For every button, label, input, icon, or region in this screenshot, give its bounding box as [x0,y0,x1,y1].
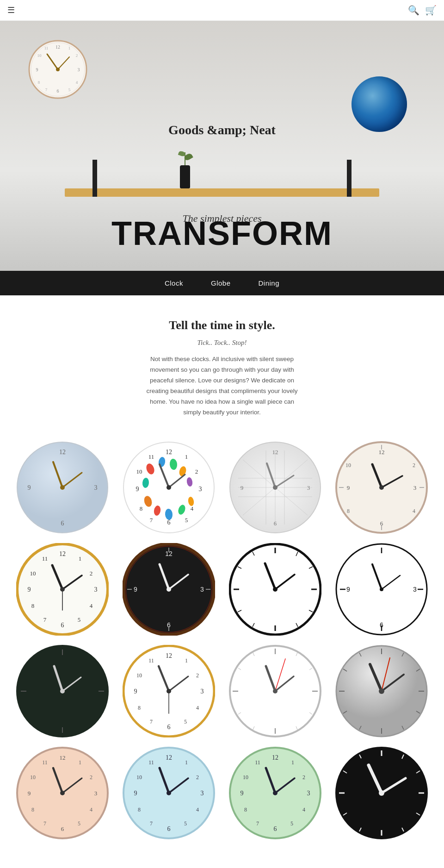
hamburger-icon[interactable]: ☰ [7,5,15,15]
svg-text:3: 3 [78,67,80,72]
hero-transform: TRANSFORM [111,214,333,252]
svg-text:3: 3 [413,484,417,491]
hero-shelf [65,188,379,197]
nav-item-dining[interactable]: Dining [259,279,280,287]
clock-item-8[interactable]: 3 9 6 [333,543,430,636]
svg-text:10: 10 [30,570,36,577]
nav-item-globe[interactable]: Globe [211,279,231,287]
svg-text:4: 4 [196,705,199,711]
svg-text:3: 3 [201,688,204,695]
clock-item-16[interactable] [333,747,430,839]
svg-text:5: 5 [78,820,80,827]
svg-text:1: 1 [79,759,81,766]
svg-text:9: 9 [134,586,137,593]
svg-point-215 [60,791,65,795]
svg-point-165 [166,689,171,693]
svg-text:2: 2 [196,774,199,781]
svg-text:9: 9 [36,67,38,72]
clock-item-6[interactable]: 12 3 6 9 [120,543,217,636]
svg-point-247 [273,791,278,795]
clock-item-10[interactable]: 12 3 6 9 11 1 10 2 4 5 7 8 [120,645,217,737]
svg-text:9: 9 [240,790,244,797]
search-icon[interactable]: 🔍 [408,5,419,16]
svg-text:9: 9 [28,790,31,797]
hero-brand: Goods &amp; Neat [168,123,276,137]
header-icons: 🔍 🛒 [408,5,437,16]
svg-text:3: 3 [199,486,202,493]
svg-point-67 [273,485,278,490]
svg-text:1: 1 [185,759,188,766]
svg-text:12: 12 [272,449,278,456]
clock-item-15[interactable]: 12 3 6 9 11 1 10 2 4 5 7 8 [227,747,324,839]
svg-text:2: 2 [413,462,415,468]
nav-item-clock[interactable]: Clock [165,279,183,287]
svg-text:8: 8 [138,806,141,813]
svg-text:9: 9 [28,586,31,593]
svg-text:8: 8 [138,705,141,711]
svg-point-199 [379,688,384,694]
svg-text:1: 1 [291,759,294,766]
svg-text:7: 7 [43,820,46,827]
svg-text:6: 6 [167,825,171,832]
svg-text:4: 4 [90,806,92,813]
svg-point-112 [166,587,171,592]
svg-text:11: 11 [148,453,154,460]
svg-text:3: 3 [307,484,310,491]
cart-icon[interactable]: 🛒 [425,5,437,16]
svg-text:1: 1 [185,453,188,460]
svg-text:3: 3 [307,790,310,797]
svg-text:12: 12 [60,754,66,761]
clock-item-4[interactable]: 12 2 3 4 6 8 9 10 [333,441,430,534]
svg-text:6: 6 [274,520,277,527]
svg-text:3: 3 [200,586,204,593]
clock-item-7[interactable] [227,543,324,636]
clock-item-14[interactable]: 12 3 6 9 11 1 10 2 4 5 7 8 [120,747,217,839]
clock-item-5[interactable]: 12 3 6 9 11 1 10 2 4 5 7 8 [14,543,111,636]
svg-point-263 [379,790,384,796]
svg-text:12: 12 [166,754,172,761]
svg-text:6: 6 [57,88,59,94]
clock-item-12[interactable] [333,645,430,737]
svg-text:5: 5 [185,517,188,524]
clock-item-9[interactable] [14,645,111,737]
svg-text:11: 11 [255,759,260,766]
clock-item-11[interactable] [227,645,324,737]
svg-text:8: 8 [31,602,35,609]
svg-text:11: 11 [42,555,48,562]
svg-text:1: 1 [79,555,82,562]
hero-section: 12 3 6 9 10 11 1 2 4 5 7 8 Goods &a [0,21,444,271]
svg-text:10: 10 [243,774,248,781]
section-subtitle: Tick.. Tock.. Stop! [9,339,435,347]
svg-text:9: 9 [28,484,31,491]
svg-text:7: 7 [45,87,48,92]
svg-point-148 [60,689,65,693]
svg-point-51 [166,485,171,490]
clock-item-2[interactable]: 12 10 2 3 9 4 8 7 6 5 11 1 [120,441,217,534]
clock-item-1[interactable]: 12 3 6 9 [14,441,111,534]
svg-text:5: 5 [184,820,187,827]
svg-text:5: 5 [78,616,81,623]
svg-text:3: 3 [201,790,204,797]
svg-text:5: 5 [184,718,187,725]
svg-text:6: 6 [167,519,171,526]
svg-text:3: 3 [94,790,98,797]
svg-text:6: 6 [61,622,64,629]
hero-wall-clock: 12 3 6 9 10 11 1 2 4 5 7 8 [28,39,88,100]
svg-text:9: 9 [134,790,137,797]
svg-text:8: 8 [140,505,143,512]
svg-text:10: 10 [345,462,351,468]
svg-text:5: 5 [68,87,71,92]
svg-text:8: 8 [347,508,350,514]
svg-text:12: 12 [166,652,172,659]
svg-text:6: 6 [274,825,277,832]
clock-item-3[interactable]: 12 3 6 9 [227,441,324,534]
svg-text:12: 12 [166,449,172,456]
svg-text:10: 10 [136,672,142,679]
svg-text:8: 8 [31,806,34,813]
svg-text:2: 2 [76,53,78,58]
clock-item-13[interactable]: 12 3 6 9 11 1 10 2 4 5 7 8 [14,747,111,839]
svg-text:7: 7 [256,820,259,827]
svg-text:10: 10 [136,774,142,781]
svg-text:3: 3 [94,586,98,593]
svg-text:9: 9 [134,688,137,695]
